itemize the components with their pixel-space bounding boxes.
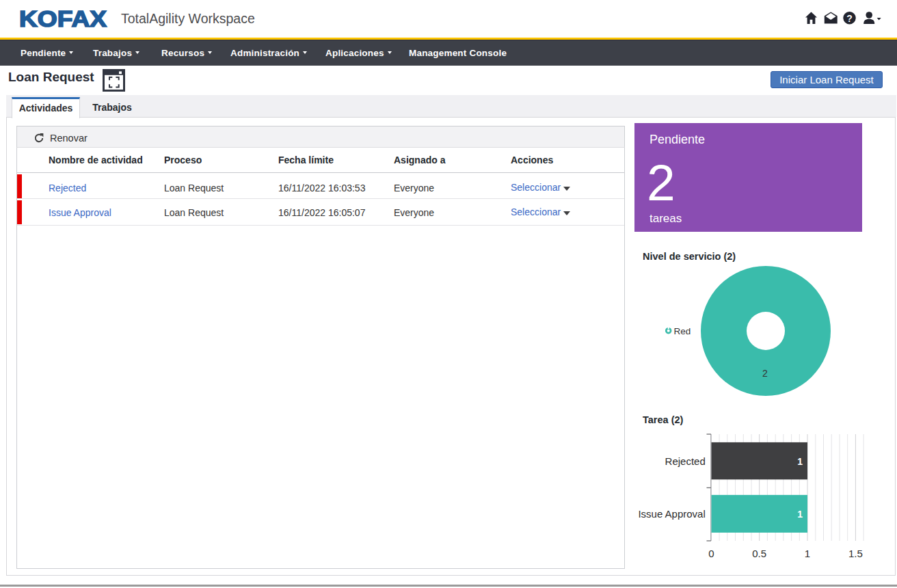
svg-text:1: 1 <box>797 456 803 467</box>
svg-text:Rejected: Rejected <box>665 455 706 467</box>
svg-text:2: 2 <box>762 368 768 379</box>
svg-text:1.5: 1.5 <box>848 548 863 559</box>
svg-text:1: 1 <box>805 548 810 559</box>
svg-text:?: ? <box>846 13 853 24</box>
svg-text:0.5: 0.5 <box>752 548 766 559</box>
svg-text:Red: Red <box>674 326 691 336</box>
svg-text:0: 0 <box>708 548 714 559</box>
svg-text:Issue Approval: Issue Approval <box>638 508 705 520</box>
svg-text:KOFAX: KOFAX <box>19 6 107 31</box>
svg-text:1: 1 <box>797 509 803 520</box>
